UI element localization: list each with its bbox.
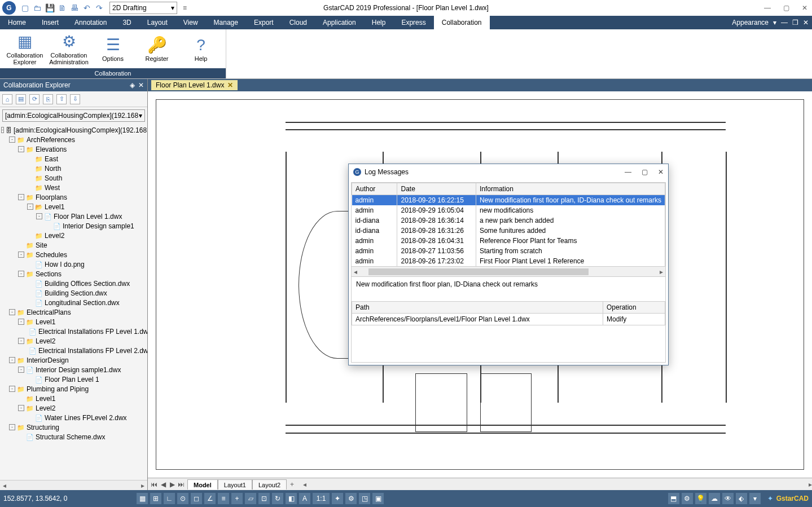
osnap-icon[interactable]: ◻ <box>191 493 202 504</box>
add-layout-icon[interactable]: + <box>287 480 297 488</box>
mon-icon[interactable]: ◳ <box>359 493 370 504</box>
tree-node[interactable]: 📁Level1 <box>0 394 147 403</box>
menu-tab-annotation[interactable]: Annotation <box>67 16 115 29</box>
update-icon[interactable]: ⇩ <box>70 94 80 104</box>
tree-node[interactable]: 📁West <box>0 183 147 192</box>
new-icon[interactable]: ▢ <box>20 3 29 12</box>
menu-tab-insert[interactable]: Insert <box>34 16 67 29</box>
log-row[interactable]: admin2018-09-28 16:04:31Reference Floor … <box>352 236 665 246</box>
tree-node[interactable]: -📁Plumbing and Piping <box>0 384 147 394</box>
panel-scrollbar[interactable]: ◂ ▸ <box>0 480 147 490</box>
tab-close-icon[interactable]: ✕ <box>227 81 233 89</box>
tree-node[interactable]: -📁Level2 <box>0 336 147 346</box>
ribbon-collaboration-explorer[interactable]: ▦CollaborationExplorer <box>3 30 46 67</box>
log-row[interactable]: id-diana2018-09-28 16:36:14a new park be… <box>352 215 665 226</box>
open-icon[interactable]: 🗀 <box>33 3 42 12</box>
scale-display[interactable]: 1:1 <box>313 493 330 504</box>
ds-icon[interactable]: ◧ <box>286 493 297 504</box>
scroll-right-icon[interactable]: ▸ <box>138 482 147 490</box>
log-row[interactable]: admin2018-09-26 17:23:02First Floor Plan… <box>352 256 665 266</box>
tree-node[interactable]: -📁ElectricalPlans <box>0 307 147 317</box>
ribbon-help[interactable]: ?Help <box>179 30 222 67</box>
menu-tab-collaboration[interactable]: Collaboration <box>434 16 490 29</box>
dialog-minimize-icon[interactable]: — <box>625 168 631 176</box>
snap-icon[interactable]: ⊞ <box>150 493 161 504</box>
log-row[interactable]: admin2018-09-29 16:22:15New modification… <box>352 195 665 206</box>
ribbon-register[interactable]: 🔑Register <box>135 30 178 67</box>
tree-node[interactable]: 📄Electrical Installations FP Level 1.dwx <box>0 327 147 336</box>
tree-node[interactable]: -📂Level1 <box>0 202 147 211</box>
tree-root[interactable]: -🗄[admin:EcologicalHousingComplex](192.1… <box>0 125 147 135</box>
col-author[interactable]: Author <box>352 183 397 195</box>
tree-node[interactable]: 📄Water Lines FPLevel 2.dwx <box>0 413 147 422</box>
tree-node[interactable]: 📁East <box>0 154 147 164</box>
menu-tab-export[interactable]: Export <box>246 16 282 29</box>
dialog-titlebar[interactable]: G Log Messages — ▢ ✕ <box>349 164 668 180</box>
tree-node[interactable]: -📁Schedules <box>0 250 147 259</box>
prev-icon[interactable]: ◀ <box>159 480 167 488</box>
log-row[interactable]: admin2018-09-27 11:03:56Starting from sc… <box>352 246 665 256</box>
document-tab[interactable]: Floor Plan Level 1.dwx ✕ <box>151 80 238 90</box>
layout-tab-layout1[interactable]: Layout1 <box>218 479 252 490</box>
last-icon[interactable]: ⏭ <box>177 480 185 488</box>
tree-node[interactable]: 📄How I do.png <box>0 259 147 269</box>
tree-node[interactable]: -📁Elevations <box>0 144 147 154</box>
save-icon[interactable]: 💾 <box>45 3 54 12</box>
tree-node[interactable]: -📁Structuring <box>0 422 147 432</box>
hw-icon[interactable]: ⬖ <box>736 493 747 504</box>
tree-node[interactable]: 📁Site <box>0 240 147 250</box>
undo-icon[interactable]: ↶ <box>82 3 91 12</box>
tree-node[interactable]: 📁Level2 <box>0 231 147 240</box>
minimize-button[interactable]: — <box>764 4 771 12</box>
ws-icon[interactable]: ⚙ <box>345 493 357 504</box>
next-icon[interactable]: ▶ <box>168 480 176 488</box>
mdi-minimize-icon[interactable]: — <box>781 19 788 27</box>
arrow-icon[interactable]: ▾ <box>749 493 761 504</box>
saveas-icon[interactable]: 🗎 <box>58 3 67 12</box>
vis-icon[interactable]: 👁 <box>722 493 734 504</box>
menu-tab-home[interactable]: Home <box>0 16 34 29</box>
menu-tab-view[interactable]: View <box>175 16 206 29</box>
checkout-icon[interactable]: ⎘ <box>43 94 53 104</box>
tree-node[interactable]: 📄Building Offices Section.dwx <box>0 279 147 288</box>
refresh-icon[interactable]: ⟳ <box>29 94 39 104</box>
sc-icon[interactable]: ⊡ <box>258 493 270 504</box>
project-path[interactable]: [admin:EcologicalHousingComplex](192.168… <box>2 109 145 122</box>
log-row[interactable]: id-diana2018-09-28 16:31:26Some funiture… <box>352 226 665 236</box>
workspace-dropdown[interactable]: 2D Drafting ▾ <box>109 2 177 14</box>
tree-node[interactable]: 📄Floor Plan Level 1 <box>0 374 147 384</box>
qp-icon[interactable]: ▱ <box>245 493 256 504</box>
cloud-icon[interactable]: ☁ <box>709 493 720 504</box>
log-row[interactable]: admin2018-09-29 16:05:04new modification… <box>352 205 665 215</box>
tree-node[interactable]: -📄Floor Plan Level 1.dwx <box>0 211 147 221</box>
tree-node[interactable]: 📄Longitudinal Section.dwx <box>0 298 147 307</box>
pin-icon[interactable]: ◈ <box>130 81 135 89</box>
lock-icon[interactable]: ▣ <box>372 493 384 504</box>
ortho-icon[interactable]: ∟ <box>164 493 175 504</box>
dyn-icon[interactable]: + <box>231 493 243 504</box>
menu-tab-3d[interactable]: 3D <box>115 16 139 29</box>
menu-tab-cloud[interactable]: Cloud <box>282 16 315 29</box>
tree-node[interactable]: -📁Sections <box>0 269 147 279</box>
table-hscroll[interactable]: ◂ ▸ <box>352 266 665 276</box>
close-button[interactable]: ✕ <box>802 4 807 12</box>
tree-node[interactable]: 📄Interior Design sample1 <box>0 221 147 231</box>
list-icon[interactable]: ▤ <box>16 94 26 104</box>
tree-node[interactable]: -📁InteriorDesign <box>0 355 147 365</box>
qat-custom-icon[interactable]: ≡ <box>183 4 187 12</box>
cfg-icon[interactable]: ⚙ <box>682 493 693 504</box>
lwt-icon[interactable]: ≡ <box>218 493 229 504</box>
otrack-icon[interactable]: ∠ <box>204 493 216 504</box>
asc-icon[interactable]: ✦ <box>332 493 343 504</box>
ribbon-options[interactable]: ☰Options <box>91 30 134 67</box>
scroll-left-icon[interactable]: ◂ <box>0 482 9 490</box>
appearance-menu[interactable]: Appearance <box>732 19 769 27</box>
menu-tab-help[interactable]: Help <box>364 16 394 29</box>
commit-icon[interactable]: ⇧ <box>56 94 67 104</box>
tree-node[interactable]: 📄Structural Scheme.dwx <box>0 432 147 442</box>
app-logo[interactable]: G <box>2 1 16 15</box>
layout-tab-layout2[interactable]: Layout2 <box>252 479 287 490</box>
tree-node[interactable]: -📁Floorplans <box>0 192 147 202</box>
first-icon[interactable]: ⏮ <box>150 480 158 488</box>
bulb-icon[interactable]: 💡 <box>695 493 706 504</box>
